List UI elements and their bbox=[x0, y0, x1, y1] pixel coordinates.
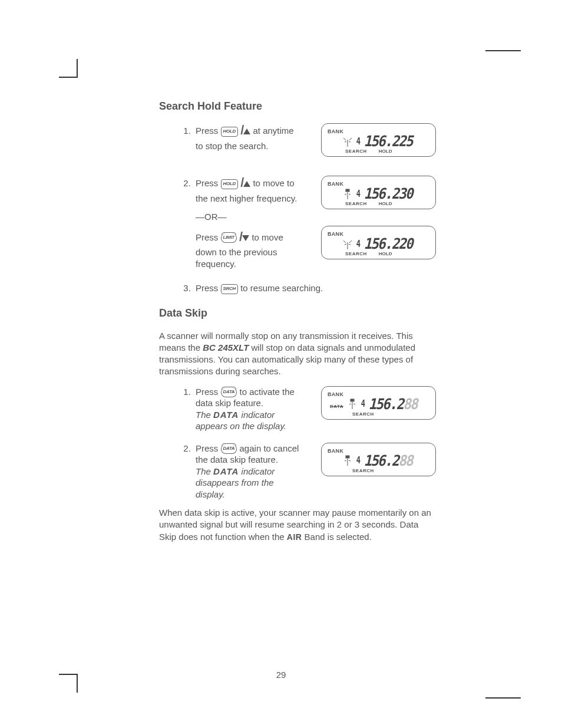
ds1-pre: Press bbox=[196, 387, 218, 397]
freq-faint: 88 bbox=[399, 452, 412, 469]
lcd-small-digit: 4 bbox=[356, 136, 360, 147]
section-title-data-skip: Data Skip bbox=[159, 307, 436, 319]
data-indicator-word: DATA bbox=[213, 466, 239, 476]
ds2-note: The DATA indicator disappears from the d… bbox=[196, 466, 302, 500]
svg-line-3 bbox=[345, 141, 346, 142]
freq-faint: 88 bbox=[403, 396, 416, 413]
hold-key-icon: HOLD bbox=[221, 127, 238, 137]
lcd-display-4: BANK DATA 4 156.288 SEARCH bbox=[321, 386, 436, 420]
or-text: —OR— bbox=[196, 211, 302, 223]
svg-line-4 bbox=[349, 141, 351, 142]
freq-bold: 156.2 bbox=[364, 452, 399, 469]
srch-key-icon: SRCH bbox=[221, 284, 238, 294]
step2-alt-pre: Press bbox=[196, 232, 218, 242]
slash-icon: / bbox=[240, 122, 244, 139]
lcd-frequency: 156.288 bbox=[364, 452, 412, 469]
lcd-frequency: 156.225 bbox=[364, 133, 412, 150]
svg-line-13 bbox=[349, 244, 351, 245]
lcd-display-5: BANK 4 156.288 SEARCH bbox=[321, 443, 436, 476]
data-indicator-word: DATA bbox=[213, 410, 239, 420]
step-1: Press HOLD / at anytime to stop the sear… bbox=[193, 123, 436, 163]
signal-icon bbox=[342, 135, 353, 148]
step2-pre: Press bbox=[196, 178, 218, 188]
data-key-icon: DATA bbox=[221, 388, 237, 397]
step-3: Press SRCH to resume searching. bbox=[193, 282, 436, 294]
lcd-small-digit: 4 bbox=[361, 398, 365, 409]
slash-icon: / bbox=[240, 174, 244, 192]
lcd-display-1: BANK 4 156.225 SEARCH HOLD bbox=[321, 123, 436, 157]
data-skip-steps: Press DATA to activate the data skip fea… bbox=[159, 386, 436, 500]
lcd-frequency: 156.288 bbox=[369, 396, 417, 413]
limit-key-icon: LIMIT bbox=[221, 233, 237, 243]
signal-icon bbox=[346, 397, 358, 410]
svg-rect-15 bbox=[351, 399, 354, 401]
svg-line-12 bbox=[345, 244, 346, 245]
svg-line-7 bbox=[345, 194, 346, 195]
hold-key-icon: HOLD bbox=[221, 179, 238, 189]
data-key-icon: DATA bbox=[221, 444, 237, 454]
product-name: BC 245XLT bbox=[203, 342, 249, 353]
step3-post: to resume searching. bbox=[240, 283, 323, 293]
lcd-display-3: BANK 4 156.220 SEARCH HOLD bbox=[321, 226, 436, 259]
lcd-data-label: DATA bbox=[330, 404, 343, 409]
signal-icon bbox=[342, 238, 353, 251]
up-arrow-icon bbox=[243, 129, 250, 134]
step-2: Press HOLD / to move to the next higher … bbox=[193, 176, 436, 269]
svg-line-10 bbox=[343, 241, 346, 243]
ds-step-2: Press DATA again to cancel the data skip… bbox=[193, 443, 436, 500]
svg-line-11 bbox=[349, 241, 352, 243]
ds2-note-a: The bbox=[196, 466, 213, 476]
svg-line-17 bbox=[353, 404, 355, 404]
svg-line-8 bbox=[349, 194, 351, 195]
freq-bold: 156.2 bbox=[369, 396, 404, 413]
page-number: 29 bbox=[0, 670, 562, 680]
section-title-search-hold: Search Hold Feature bbox=[159, 100, 436, 113]
lcd-frequency: 156.220 bbox=[364, 235, 412, 252]
svg-line-2 bbox=[349, 138, 352, 140]
air-band: AIR bbox=[287, 532, 302, 542]
signal-icon bbox=[342, 187, 353, 200]
lcd-small-digit: 4 bbox=[356, 189, 360, 199]
ds1-note: The DATA indicator appears on the displa… bbox=[196, 409, 302, 432]
ds2-pre: Press bbox=[196, 443, 218, 453]
svg-rect-19 bbox=[346, 456, 349, 458]
svg-line-1 bbox=[343, 138, 346, 140]
lcd-display-2: BANK 4 156.230 SEARCH HOLD bbox=[321, 176, 436, 209]
search-hold-steps: Press HOLD / at anytime to stop the sear… bbox=[159, 123, 436, 294]
data-skip-intro: A scanner will normally stop on any tran… bbox=[159, 330, 436, 378]
step3-pre: Press bbox=[196, 283, 218, 293]
signal-icon bbox=[342, 454, 353, 467]
down-arrow-icon bbox=[242, 235, 249, 241]
outro-b: Band is selected. bbox=[302, 532, 371, 542]
data-skip-outro: When data skip is active, your scanner m… bbox=[159, 507, 436, 543]
svg-line-16 bbox=[349, 404, 351, 404]
step1-pre: Press bbox=[196, 126, 218, 136]
up-arrow-icon bbox=[243, 181, 250, 187]
svg-rect-6 bbox=[346, 189, 349, 192]
slash-icon: / bbox=[239, 229, 243, 246]
lcd-small-digit: 4 bbox=[356, 239, 360, 249]
ds-step-1: Press DATA to activate the data skip fea… bbox=[193, 386, 436, 432]
lcd-small-digit: 4 bbox=[356, 455, 360, 466]
svg-line-20 bbox=[345, 460, 346, 461]
svg-line-21 bbox=[349, 460, 351, 461]
ds1-note-a: The bbox=[196, 410, 213, 420]
lcd-frequency: 156.230 bbox=[364, 185, 412, 202]
